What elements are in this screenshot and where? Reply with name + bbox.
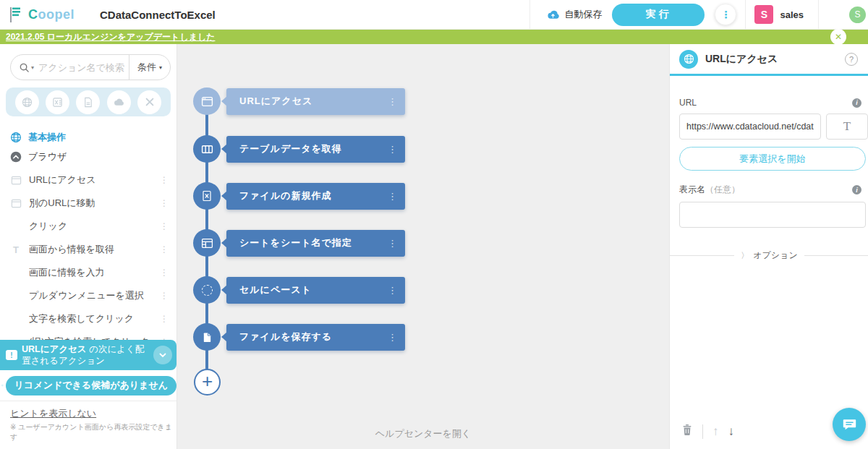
sidebar-item-get-info-from-screen[interactable]: T 画面から情報を取得 ⋮: [0, 238, 176, 261]
collapse-circle-icon: [10, 151, 22, 163]
kebab-icon[interactable]: ⋮: [388, 144, 397, 155]
kebab-icon[interactable]: ⋮: [160, 314, 169, 324]
sidebar-item-click[interactable]: クリック ⋮: [0, 215, 176, 238]
kebab-icon[interactable]: ⋮: [160, 175, 169, 185]
step-card[interactable]: URLにアクセス ⋮: [226, 88, 405, 115]
search-icon: [19, 62, 30, 73]
move-up-button[interactable]: ↑: [712, 424, 719, 439]
flag-logo-icon[interactable]: [7, 6, 22, 24]
step-card[interactable]: テーブルデータを取得 ⋮: [226, 136, 405, 163]
chevron-down-icon[interactable]: [153, 346, 172, 364]
sidebar-item-url-access[interactable]: URLにアクセス ⋮: [0, 168, 176, 192]
divider: [670, 255, 734, 256]
table-columns-icon[interactable]: [193, 135, 221, 163]
delete-step-button[interactable]: [681, 424, 693, 439]
more-menu-button[interactable]: ⋮: [715, 4, 736, 25]
sidebar-item-select-pulldown[interactable]: プルダウンメニューを選択 ⋮: [0, 284, 176, 307]
kebab-icon[interactable]: ⋮: [388, 285, 397, 296]
step-card[interactable]: シートをシート名で指定 ⋮: [226, 230, 405, 257]
sidebar-item-goto-other-url[interactable]: 別のURLに移動 ⋮: [0, 192, 176, 215]
display-name-label: 表示名: [679, 184, 705, 196]
step-card[interactable]: ファイルの新規作成 ⋮: [226, 183, 405, 210]
step-card[interactable]: ファイルを保存する ⋮: [226, 324, 405, 351]
kebab-icon[interactable]: ⋮: [160, 221, 169, 231]
workspace-badge: S: [754, 5, 773, 24]
kebab-icon[interactable]: ⋮: [388, 191, 397, 202]
close-icon[interactable]: ✕: [830, 29, 846, 45]
browser-window-icon: [10, 198, 22, 209]
excel-icon: [52, 97, 63, 108]
search-scope-selector[interactable]: ▾: [11, 62, 37, 73]
notification-link[interactable]: 2021.2.05 ローカルエンジンをアップデートしました: [6, 31, 216, 43]
category-file-button[interactable]: [76, 90, 100, 114]
cloud-icon: [113, 98, 124, 106]
category-excel-button[interactable]: [46, 90, 69, 114]
app-window: Coopel CDataConnectToExcel 自動保存 実行 ⋮ S s…: [0, 0, 868, 449]
start-element-selection-button[interactable]: 要素選択を開始: [679, 147, 866, 171]
inspector-title: URLにアクセス: [705, 53, 838, 66]
display-name-label-row: 表示名 （任意） i: [679, 184, 868, 196]
kebab-icon[interactable]: ⋮: [388, 332, 397, 343]
hide-hints-link[interactable]: ヒントを表示しない: [10, 408, 96, 419]
robot-icon: [1, 376, 4, 395]
trash-icon: [681, 424, 693, 436]
text-mode-button[interactable]: T: [826, 114, 868, 140]
add-step-button[interactable]: +: [194, 369, 221, 395]
move-down-button[interactable]: ↓: [728, 424, 735, 439]
inspector-content: URL i T 要素選択を開始 表示名 （任意） i 〉 オプション: [670, 76, 868, 262]
kebab-icon[interactable]: ⋮: [388, 238, 397, 249]
caret-down-icon: ▾: [159, 64, 162, 71]
display-name-input[interactable]: [679, 202, 866, 228]
chat-bubble-icon: [841, 416, 858, 432]
category-cloud-button[interactable]: [107, 90, 131, 114]
section-label: 基本操作: [28, 131, 66, 144]
recommend-title: URLにアクセス の次によく配置されるアクション: [22, 343, 149, 367]
step-card[interactable]: セルにペースト ⋮: [226, 277, 405, 304]
url-label: URL: [679, 98, 697, 108]
filter-dropdown[interactable]: 条件 ▾: [129, 55, 170, 80]
info-icon[interactable]: i: [852, 98, 861, 108]
globe-icon: [22, 97, 33, 108]
excel-file-icon[interactable]: [193, 182, 221, 210]
browser-window-icon[interactable]: [193, 87, 221, 115]
sidebar-item-search-text-click[interactable]: 文字を検索してクリック ⋮: [0, 307, 176, 330]
workflow-canvas[interactable]: URLにアクセス ⋮ テーブルデータを取得 ⋮ ファイルの新規作成: [177, 44, 669, 449]
autosave-label: 自動保存: [564, 8, 602, 21]
category-web-button[interactable]: [15, 90, 39, 114]
chat-support-button[interactable]: [833, 408, 866, 441]
user-area: S: [818, 0, 868, 29]
file-icon[interactable]: [193, 323, 221, 351]
options-toggle[interactable]: 〉 オプション: [670, 249, 868, 262]
optional-label: （任意）: [705, 184, 740, 196]
action-sidebar: ▾ 条件 ▾: [0, 44, 177, 449]
kebab-icon[interactable]: ⋮: [160, 291, 169, 301]
globe-icon: [679, 50, 698, 69]
kebab-icon[interactable]: ⋮: [388, 96, 397, 107]
run-button[interactable]: 実行: [612, 4, 705, 26]
info-icon[interactable]: i: [852, 185, 861, 194]
workspace-switcher[interactable]: S sales: [745, 0, 818, 29]
group-browser[interactable]: ブラウザ: [10, 148, 176, 166]
chevron-right-icon: 〉: [741, 250, 749, 261]
category-tools-button[interactable]: [137, 90, 161, 114]
sidebar-item-input-info-to-screen[interactable]: 画面に情報を入力 ⋮: [0, 261, 176, 284]
scenario-title: CDataConnectToExcel: [100, 9, 216, 21]
kebab-icon[interactable]: ⋮: [160, 244, 169, 255]
search-input[interactable]: [37, 62, 129, 73]
recommend-panel[interactable]: ! URLにアクセス の次によく配置されるアクション: [0, 340, 176, 370]
step-save-file: ファイルを保存する ⋮: [193, 323, 405, 351]
section-basic-operations[interactable]: 基本操作: [10, 129, 176, 146]
hint-bubble-icon: !: [6, 350, 17, 360]
help-icon[interactable]: ?: [845, 53, 858, 66]
sheet-grid-icon[interactable]: [193, 229, 221, 257]
url-input[interactable]: [679, 114, 821, 140]
sidebar-bottom: ! URLにアクセス の次によく配置されるアクション リコメンドできる候補があり…: [0, 340, 176, 449]
help-center-link[interactable]: ヘルプセンターを開く: [177, 427, 669, 440]
inspector-actions: ↑ ↓: [681, 424, 734, 439]
category-icon-row: [6, 87, 171, 116]
document-icon: [82, 97, 93, 108]
user-avatar[interactable]: S: [849, 7, 866, 23]
kebab-icon[interactable]: ⋮: [160, 268, 169, 278]
kebab-icon[interactable]: ⋮: [160, 198, 169, 208]
cell-selection-icon[interactable]: [193, 276, 221, 304]
